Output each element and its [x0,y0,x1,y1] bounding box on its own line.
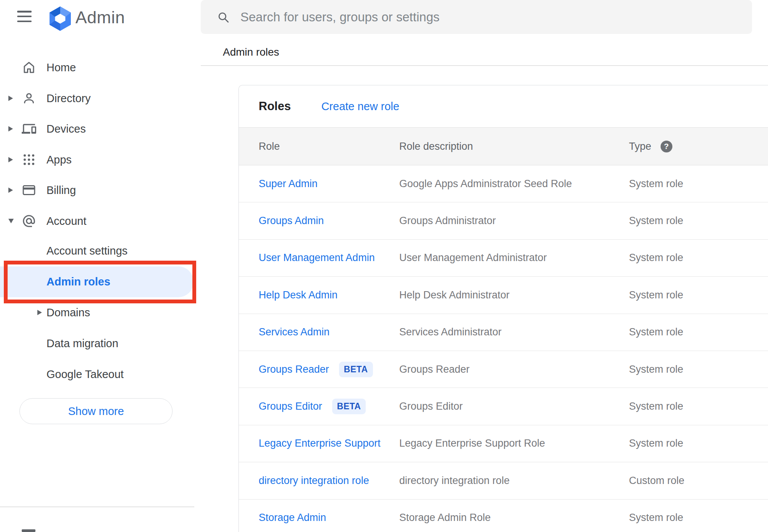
chevron-right-icon[interactable] [8,157,13,162]
search-input[interactable] [240,10,729,25]
home-icon [22,60,36,75]
role-type: System role [629,289,768,301]
sidebar: Admin Home Directory Devices Apps Billin… [0,0,194,532]
clipped-nav-icon [22,529,35,532]
table-row: Help Desk Admin Help Desk Administrator … [239,277,768,314]
chevron-right-icon[interactable] [8,96,13,101]
menu-icon[interactable] [17,11,32,22]
apps-icon [22,152,36,167]
role-link[interactable]: Super Admin [259,178,318,190]
role-description: Help Desk Administrator [399,289,629,301]
role-description: directory integration role [399,475,629,487]
sidebar-item-directory[interactable]: Directory [0,83,194,114]
sidebar-item-devices[interactable]: Devices [0,114,194,144]
sidebar-item-domains[interactable]: Domains [0,297,194,328]
page-title: Roles [259,99,291,113]
role-description: Legacy Enterprise Support Role [399,437,629,449]
role-description: Groups Administrator [399,215,629,227]
header-divider [201,65,768,66]
breadcrumb: Admin roles [223,46,279,58]
show-more-button[interactable]: Show more [19,398,173,424]
sidebar-item-data-migration[interactable]: Data migration [0,328,194,359]
chevron-right-icon[interactable] [8,126,13,131]
card-icon [22,183,36,197]
devices-icon [22,122,36,136]
sidebar-item-admin-roles[interactable]: Admin roles [0,266,194,297]
role-type: System role [629,364,768,375]
role-type: Custom role [629,475,768,487]
roles-card: Roles Create new role Role Role descript… [238,85,768,532]
beta-badge: BETA [339,362,373,377]
sidebar-item-home[interactable]: Home [0,52,194,83]
create-new-role-link[interactable]: Create new role [321,100,399,113]
sidebar-nav: Home Directory Devices Apps Billing Acco… [0,52,194,236]
sidebar-divider [0,506,194,507]
role-description: Groups Reader [399,364,629,375]
sidebar-item-account[interactable]: Account [0,206,194,237]
at-icon [22,214,36,228]
role-type: System role [629,326,768,338]
role-link[interactable]: Help Desk Admin [259,289,338,301]
sidebar-item-billing[interactable]: Billing [0,175,194,206]
column-header-description: Role description [399,141,629,152]
role-link[interactable]: Services Admin [259,326,330,338]
table-row: Groups Reader BETA Groups Reader System … [239,351,768,388]
role-type: System role [629,215,768,227]
sidebar-item-account-settings[interactable]: Account settings [0,236,194,266]
table-row: Storage Admin Storage Admin Role System … [239,500,768,532]
table-row: Services Admin Services Administrator Sy… [239,314,768,351]
table-row: directory integration role directory int… [239,462,768,499]
google-admin-logo-icon [48,6,72,30]
help-icon[interactable]: ? [661,141,672,152]
role-type: System role [629,437,768,449]
chevron-right-icon[interactable] [8,187,13,193]
role-description: Groups Editor [399,401,629,412]
search-icon [217,11,230,24]
roles-table-body: Super Admin Google Apps Administrator Se… [239,165,768,532]
role-type: System role [629,512,768,524]
person-icon [22,91,36,106]
table-row: Legacy Enterprise Support Legacy Enterpr… [239,425,768,462]
role-link[interactable]: Groups Admin [259,215,324,227]
role-link[interactable]: Groups Reader [259,364,329,375]
table-row: Groups Editor BETA Groups Editor System … [239,388,768,425]
role-type: System role [629,178,768,190]
role-link[interactable]: Groups Editor [259,401,322,412]
role-link[interactable]: Legacy Enterprise Support [259,437,381,449]
column-header-type: Type ? [629,141,768,152]
sidebar-item-google-takeout[interactable]: Google Takeout [0,359,194,389]
role-link[interactable]: User Management Admin [259,252,375,264]
role-description: Google Apps Administrator Seed Role [399,178,629,190]
table-row: Super Admin Google Apps Administrator Se… [239,165,768,202]
sidebar-item-apps[interactable]: Apps [0,144,194,175]
role-description: Storage Admin Role [399,512,629,524]
role-description: User Management Administrator [399,252,629,264]
role-description: Services Administrator [399,326,629,338]
table-row: User Management Admin User Management Ad… [239,240,768,277]
product-title: Admin [75,8,125,27]
table-row: Groups Admin Groups Administrator System… [239,202,768,239]
chevron-down-icon[interactable] [8,219,14,223]
table-header: Role Role description Type ? [239,127,768,165]
role-type: System role [629,401,768,412]
card-header: Roles Create new role [239,85,768,127]
role-type: System role [629,252,768,264]
beta-badge: BETA [332,399,366,414]
column-header-role: Role [259,141,399,152]
account-submenu: Account settings Admin roles Domains Dat… [0,236,194,389]
search-bar [201,0,752,34]
role-link[interactable]: Storage Admin [259,512,326,524]
role-link[interactable]: directory integration role [259,475,369,487]
chevron-right-icon[interactable] [37,310,42,315]
